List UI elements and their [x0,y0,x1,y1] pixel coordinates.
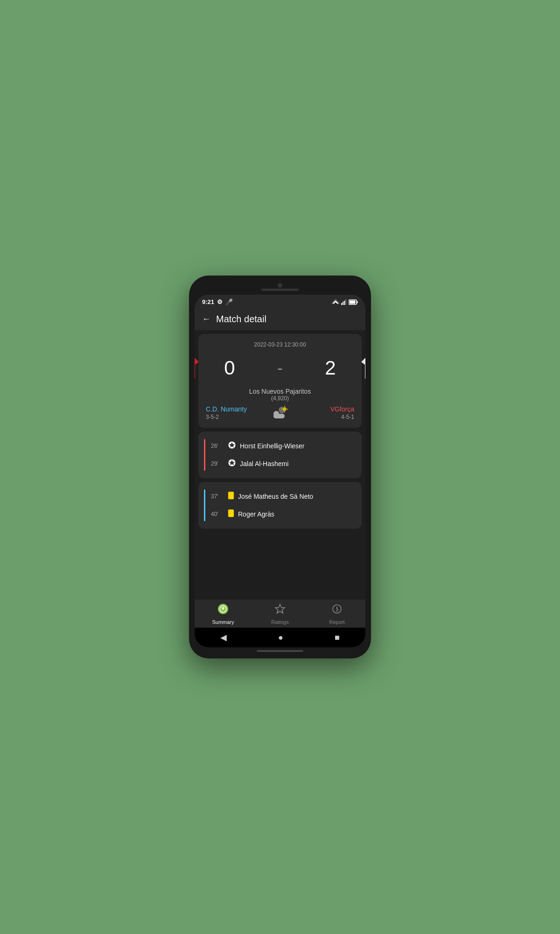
svg-line-45 [337,609,338,610]
phone-notch [195,281,365,295]
svg-rect-23 [273,414,285,418]
cards-inner: 37' José Matheus de Sá Neto 40' [209,488,356,523]
goals-group: 26' Horst Einhellig-Wieser 29' [198,437,356,473]
home-team-name: C.D. Numanty [206,405,247,413]
wifi-icon [332,299,339,305]
svg-rect-3 [343,302,343,305]
goals-inner: 26' Horst Einhellig-Wieser 29' [209,437,356,473]
phone-camera [278,283,282,288]
away-formation: 4-5-1 [341,414,354,420]
report-label: Report [329,619,344,625]
battery-icon [349,299,358,305]
android-back-button[interactable]: ◀ [220,632,227,643]
status-left: 9:21 ⚙ 🎤 [202,298,233,305]
attendance: (4,920) [271,395,289,402]
phone-screen: 9:21 ⚙ 🎤 [195,295,365,647]
report-icon [331,603,343,617]
card-time-1: 37' [211,493,224,500]
settings-icon: ⚙ [217,298,223,305]
yellow-card-icon-2 [228,509,234,519]
card-player-1: José Matheus de Sá Neto [238,493,313,500]
stadium-info: Los Nuevos Pajaritos (4,920) [249,388,311,402]
yellow-cards-card: 37' José Matheus de Sá Neto 40' [198,482,362,529]
score-home: 0 [206,357,253,379]
bottom-nav: Summary Ratings [195,600,365,628]
cards-border [204,489,205,521]
goal-player-1: Horst Einhellig-Wieser [240,442,304,450]
score-display: 0 - 2 [206,357,354,379]
card-time-2: 40' [211,511,224,517]
yellow-card-icon-1 [228,491,234,502]
card-event-1: 37' José Matheus de Sá Neto [209,488,356,505]
svg-rect-2 [341,303,342,305]
goal-event-2: 29' Jalal Al-Hashemi [209,455,356,473]
goal-time-1: 26' [211,443,224,449]
goals-card: 26' Horst Einhellig-Wieser 29' [198,432,362,478]
nav-report[interactable]: Report [308,603,365,625]
ball-icon-2 [228,459,236,469]
svg-point-43 [336,610,337,611]
ball-icon-1 [228,441,236,451]
mic-icon: 🎤 [225,298,233,305]
away-team-info: VGforça 4-5-1 [305,405,354,420]
app-bar-title: Match detail [216,314,266,325]
cards-group: 37' José Matheus de Sá Neto 40' [198,488,356,523]
summary-icon [217,603,229,617]
away-team-name: VGforça [330,405,354,413]
android-home-button[interactable]: ● [278,633,283,643]
score-away: 2 [307,357,354,379]
teams-row: C.D. Numanty 3-5-2 [206,405,354,420]
phone-speaker [261,289,299,291]
away-jersey [361,352,365,384]
match-datetime: 2022-03-23 12:30:00 [254,341,306,348]
svg-point-24 [283,407,287,411]
svg-marker-40 [275,604,285,613]
goal-player-2: Jalal Al-Hashemi [240,460,288,467]
phone-device: 9:21 ⚙ 🎤 [189,276,371,658]
card-event-2: 40' Roger Agràs [209,505,356,523]
main-content: 2022-03-23 12:30:00 [195,330,365,600]
weather-icon [272,405,288,419]
android-recents-button[interactable]: ■ [335,633,340,643]
stadium-name: Los Nuevos Pajaritos [249,388,311,395]
status-bar: 9:21 ⚙ 🎤 [195,295,365,308]
summary-label: Summary [212,619,234,625]
goals-border [204,439,205,471]
back-button[interactable]: ← [202,314,210,324]
match-card: 2022-03-23 12:30:00 [198,334,362,428]
weather-section [255,405,305,419]
svg-marker-15 [361,355,365,379]
match-score-row: 0 - 2 [206,352,354,384]
card-player-2: Roger Agràs [238,510,274,518]
content-spacer [198,532,362,596]
svg-rect-8 [350,300,356,304]
goal-time-2: 29' [211,460,224,467]
android-nav-bar: ◀ ● ■ [195,628,365,647]
svg-rect-4 [344,301,345,305]
svg-rect-33 [228,492,234,499]
svg-rect-7 [357,301,358,303]
home-formation: 3-5-2 [206,414,219,420]
signal-icon [341,299,347,305]
app-bar: ← Match detail [195,308,365,330]
ratings-label: Ratings [271,619,288,625]
svg-marker-0 [333,300,338,304]
ratings-icon [274,603,286,617]
nav-summary[interactable]: Summary [195,603,252,625]
svg-marker-9 [195,355,199,379]
phone-home-indicator [257,650,303,652]
goal-event-1: 26' Horst Einhellig-Wieser [209,437,356,455]
svg-rect-5 [345,299,346,305]
home-jersey [195,352,199,384]
status-right [332,299,358,305]
svg-rect-34 [228,509,234,517]
score-separator: - [257,358,303,378]
nav-ratings[interactable]: Ratings [252,603,308,625]
home-team-info: C.D. Numanty 3-5-2 [206,405,255,420]
status-time: 9:21 [202,298,214,305]
